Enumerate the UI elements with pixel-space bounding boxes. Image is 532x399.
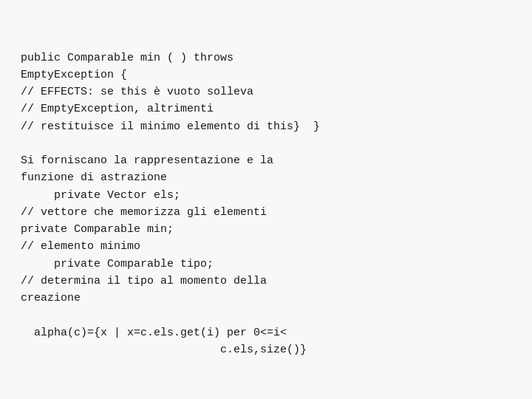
code-content: public Comparable min ( ) throws EmptyEx… — [21, 50, 511, 359]
code-container: public Comparable min ( ) throws EmptyEx… — [0, 0, 532, 399]
